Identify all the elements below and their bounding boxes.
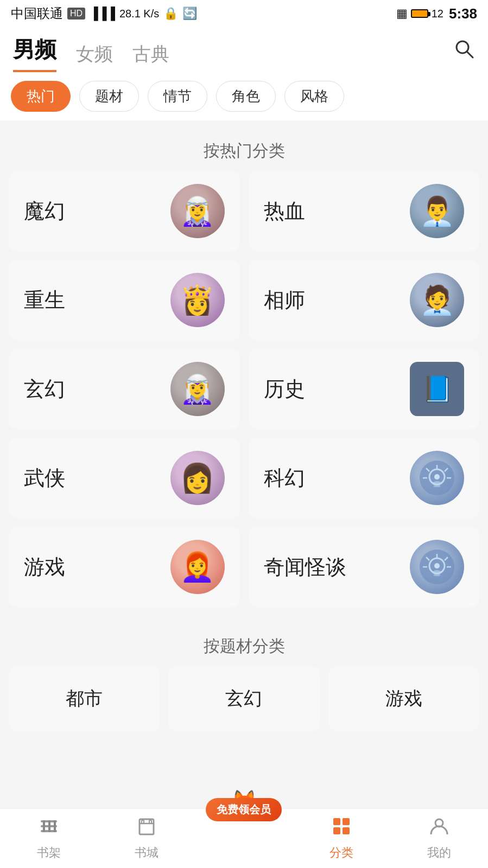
status-bar: 中国联通 HD ▐▐▐ 28.1 K/s 🔒 🔄 ▦ 12 5:38 [0,0,488,27]
category-wuxia-avatar: 👩 [170,451,225,505]
svg-rect-20 [434,574,440,576]
battery-icon [411,9,428,18]
store-icon [136,816,157,841]
svg-rect-26 [48,820,50,832]
category-history-avatar: 📘 [410,362,464,416]
category-blood-label: 热血 [264,197,305,225]
speed-text: 28.1 K/s [119,8,159,20]
filter-subject[interactable]: 题材 [79,81,139,112]
category-master-label: 相师 [264,286,305,314]
subject-section: 按题材分类 都市 玄幻 游戏 [0,620,488,749]
category-wuxia-label: 武侠 [24,464,65,492]
category-game-avatar: 👩‍🦰 [170,540,225,594]
nav-vip[interactable]: 🦊 免费领会员 [195,809,293,868]
category-strange-label: 奇闻怪谈 [264,553,346,581]
category-xuan[interactable]: 玄幻 🧝‍♀️ [9,349,240,429]
bottom-nav: 书架 书城 🦊 免费领会员 分类 [0,808,488,868]
nav-store[interactable]: 书城 [98,809,195,868]
filter-plot[interactable]: 情节 [148,81,207,112]
hot-section: 按热门分类 魔幻 🧝‍♀️ 热血 👨‍💼 重生 👸 相师 [0,125,488,607]
svg-point-21 [434,563,440,569]
svg-rect-30 [142,820,144,824]
svg-point-19 [433,570,441,575]
sync-icon: 🔄 [182,7,197,21]
category-xuan-label: 玄幻 [24,375,65,403]
svg-rect-32 [333,818,340,825]
category-xuan-avatar: 🧝‍♀️ [170,362,225,416]
header-nav: 男频 女频 古典 [0,27,488,72]
vpn-icon: 🔒 [163,7,178,21]
category-history-label: 历史 [264,375,305,403]
svg-rect-27 [54,820,56,832]
svg-rect-33 [343,818,350,825]
category-game-label: 游戏 [24,553,65,581]
filter-hot[interactable]: 热门 [11,81,71,112]
nav-category[interactable]: 分类 [293,809,390,868]
subject-dushi[interactable]: 都市 [9,666,160,731]
mine-label: 我的 [427,845,451,861]
category-blood[interactable]: 热血 👨‍💼 [249,171,480,251]
category-scifi[interactable]: 科幻 [249,438,480,518]
time-display: 5:38 [449,5,477,22]
battery-percent: 12 [432,8,443,20]
mine-icon [429,816,449,841]
hd-badge: HD [67,8,85,20]
hot-section-title: 按热门分类 [0,125,488,171]
search-button[interactable] [453,38,475,69]
svg-line-1 [467,52,473,58]
status-left: 中国联通 HD ▐▐▐ 28.1 K/s 🔒 🔄 [11,5,197,22]
nav-tabs: 男频 女频 古典 [13,35,169,72]
nav-shelf[interactable]: 书架 [0,809,98,868]
category-scifi-label: 科幻 [264,464,305,492]
category-rebirth-label: 重生 [24,286,65,314]
carrier-text: 中国联通 [11,5,63,22]
category-fantasy-label: 魔幻 [24,197,65,225]
category-game[interactable]: 游戏 👩‍🦰 [9,527,240,607]
subject-grid: 都市 玄幻 游戏 [0,666,488,740]
category-wuxia[interactable]: 武侠 👩 [9,438,240,518]
filter-style[interactable]: 风格 [284,81,344,112]
filter-role[interactable]: 角色 [216,81,276,112]
category-rebirth[interactable]: 重生 👸 [9,260,240,340]
svg-point-11 [434,474,440,480]
tab-female[interactable]: 女频 [76,42,113,72]
shelf-icon [39,816,59,841]
subject-xuanhuan[interactable]: 玄幻 [168,666,319,731]
category-master[interactable]: 相师 🧑‍💼 [249,260,480,340]
shelf-label: 书架 [37,845,61,861]
store-label: 书城 [135,845,159,861]
tab-male[interactable]: 男频 [13,35,56,72]
subject-section-title: 按题材分类 [0,620,488,666]
svg-rect-31 [149,820,151,824]
category-label: 分类 [329,845,353,861]
category-history[interactable]: 历史 📘 [249,349,480,429]
svg-rect-35 [343,827,350,834]
svg-rect-10 [434,485,440,487]
category-fantasy-avatar: 🧝‍♀️ [170,184,225,238]
nav-mine[interactable]: 我的 [390,809,488,868]
category-rebirth-avatar: 👸 [170,273,225,327]
svg-point-9 [433,481,441,486]
status-right: ▦ 12 5:38 [396,5,477,22]
vip-badge: 免费领会员 [206,798,282,821]
svg-rect-25 [43,820,45,832]
category-fantasy[interactable]: 魔幻 🧝‍♀️ [9,171,240,251]
hot-category-grid: 魔幻 🧝‍♀️ 热血 👨‍💼 重生 👸 相师 🧑‍💼 [0,171,488,607]
category-strange[interactable]: 奇闻怪谈 [249,527,480,607]
svg-rect-34 [333,827,340,834]
category-blood-avatar: 👨‍💼 [410,184,464,238]
category-scifi-avatar [410,451,464,505]
category-master-avatar: 🧑‍💼 [410,273,464,327]
tab-classic[interactable]: 古典 [132,42,169,72]
category-icon [331,816,352,841]
signal-bars: ▐▐▐ [90,7,115,21]
wifi-icon: ▦ [396,7,408,21]
category-strange-avatar [410,540,464,594]
subject-youxi[interactable]: 游戏 [328,666,479,731]
filter-bar: 热门 题材 情节 角色 风格 [0,72,488,120]
